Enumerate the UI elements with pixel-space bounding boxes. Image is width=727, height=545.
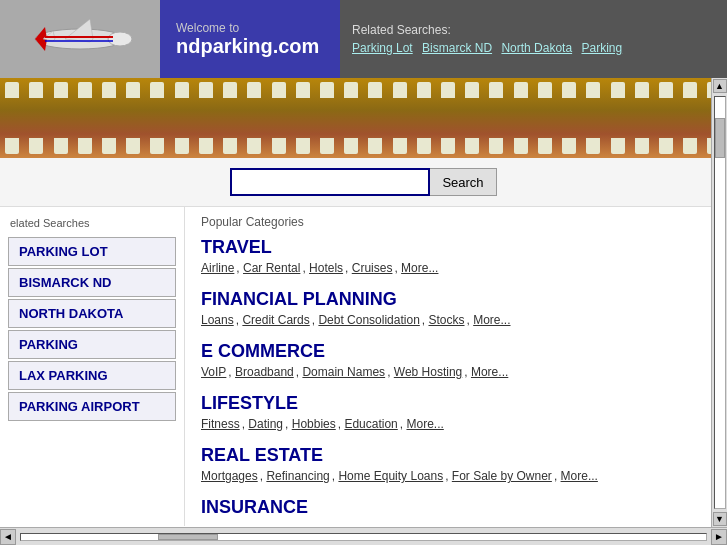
link-for-sale[interactable]: For Sale by Owner bbox=[452, 469, 552, 483]
tooth-bottom bbox=[586, 138, 600, 154]
tooth bbox=[514, 82, 528, 98]
tooth-bottom bbox=[29, 138, 43, 154]
scroll-left-button[interactable]: ◄ bbox=[0, 529, 16, 545]
link-broadband[interactable]: Broadband bbox=[235, 365, 294, 379]
link-dating[interactable]: Dating bbox=[248, 417, 283, 431]
tooth bbox=[5, 82, 19, 98]
tooth bbox=[417, 82, 431, 98]
logo-area bbox=[0, 0, 160, 78]
link-debt-consolidation[interactable]: Debt Consolidation bbox=[318, 313, 419, 327]
tooth-bottom bbox=[247, 138, 261, 154]
welcome-box: Welcome to ndparking.com bbox=[160, 0, 340, 78]
sidebar-item-parking-airport[interactable]: PARKING AIRPORT bbox=[8, 392, 176, 421]
related-link-parking-lot[interactable]: Parking Lot bbox=[352, 41, 413, 55]
link-voip[interactable]: VoIP bbox=[201, 365, 226, 379]
link-education[interactable]: Education bbox=[344, 417, 397, 431]
site-name: ndparking.com bbox=[176, 35, 324, 58]
content-area: Popular Categories TRAVEL Airline, Car R… bbox=[185, 207, 727, 526]
tooth-bottom bbox=[441, 138, 455, 154]
related-link-bismarck[interactable]: Bismarck ND bbox=[422, 41, 492, 55]
scroll-right-button[interactable]: ► bbox=[711, 529, 727, 545]
category-links-lifestyle: Fitness, Dating, Hobbies, Education, Mor… bbox=[201, 417, 711, 431]
tooth bbox=[538, 82, 552, 98]
tooth bbox=[199, 82, 213, 98]
link-car-rental[interactable]: Car Rental bbox=[243, 261, 300, 275]
link-travel-more[interactable]: More... bbox=[401, 261, 438, 275]
tooth bbox=[126, 82, 140, 98]
tooth bbox=[586, 82, 600, 98]
link-refinancing[interactable]: Refinancing bbox=[266, 469, 329, 483]
tooth-bottom bbox=[102, 138, 116, 154]
link-hobbies[interactable]: Hobbies bbox=[292, 417, 336, 431]
zipper-teeth-bottom bbox=[0, 138, 727, 158]
tooth bbox=[659, 82, 673, 98]
related-searches-header: Related Searches: Parking Lot Bismarck N… bbox=[340, 0, 727, 78]
link-web-hosting[interactable]: Web Hosting bbox=[394, 365, 462, 379]
tooth bbox=[465, 82, 479, 98]
link-loans[interactable]: Loans bbox=[201, 313, 234, 327]
related-links: Parking Lot Bismarck ND North Dakota Par… bbox=[352, 41, 715, 55]
tooth-bottom bbox=[320, 138, 334, 154]
link-home-equity[interactable]: Home Equity Loans bbox=[338, 469, 443, 483]
zipper-teeth-top bbox=[0, 78, 727, 98]
link-mortgages[interactable]: Mortgages bbox=[201, 469, 258, 483]
category-links-travel: Airline, Car Rental, Hotels, Cruises, Mo… bbox=[201, 261, 711, 275]
tooth-bottom bbox=[272, 138, 286, 154]
tooth bbox=[29, 82, 43, 98]
category-insurance: INSURANCE bbox=[201, 497, 711, 518]
link-credit-cards[interactable]: Credit Cards bbox=[242, 313, 309, 327]
link-financial-more[interactable]: More... bbox=[473, 313, 510, 327]
sidebar-item-north-dakota[interactable]: NORTH DAKOTA bbox=[8, 299, 176, 328]
tooth bbox=[683, 82, 697, 98]
link-airline[interactable]: Airline bbox=[201, 261, 234, 275]
link-cruises[interactable]: Cruises bbox=[352, 261, 393, 275]
tooth bbox=[441, 82, 455, 98]
tooth-bottom bbox=[611, 138, 625, 154]
scroll-down-button[interactable]: ▼ bbox=[713, 512, 727, 526]
svg-point-1 bbox=[108, 32, 132, 46]
search-bar: Search bbox=[0, 158, 727, 207]
tooth bbox=[393, 82, 407, 98]
tooth-bottom bbox=[635, 138, 649, 154]
related-searches-label: Related Searches: bbox=[352, 23, 715, 37]
link-lifestyle-more[interactable]: More... bbox=[406, 417, 443, 431]
tooth-bottom bbox=[54, 138, 68, 154]
bottom-scrollbar: ◄ ► bbox=[0, 527, 727, 545]
tooth bbox=[175, 82, 189, 98]
tooth bbox=[78, 82, 92, 98]
link-real-estate-more[interactable]: More... bbox=[561, 469, 598, 483]
sidebar-item-parking-lot[interactable]: PARKING LOT bbox=[8, 237, 176, 266]
sidebar-item-bismarck-nd[interactable]: BISMARCK ND bbox=[8, 268, 176, 297]
category-title-real-estate: REAL ESTATE bbox=[201, 445, 711, 466]
category-lifestyle: LIFESTYLE Fitness, Dating, Hobbies, Educ… bbox=[201, 393, 711, 431]
tooth-bottom bbox=[489, 138, 503, 154]
link-hotels[interactable]: Hotels bbox=[309, 261, 343, 275]
tooth-bottom bbox=[659, 138, 673, 154]
related-link-north-dakota[interactable]: North Dakota bbox=[501, 41, 572, 55]
tooth-bottom bbox=[175, 138, 189, 154]
tooth bbox=[150, 82, 164, 98]
related-link-parking[interactable]: Parking bbox=[581, 41, 622, 55]
tooth-bottom bbox=[683, 138, 697, 154]
tooth-bottom bbox=[393, 138, 407, 154]
search-input[interactable] bbox=[230, 168, 430, 196]
link-stocks[interactable]: Stocks bbox=[428, 313, 464, 327]
tooth-bottom bbox=[538, 138, 552, 154]
app-wrapper: Welcome to ndparking.com Related Searche… bbox=[0, 0, 727, 545]
sidebar-item-parking[interactable]: PARKING bbox=[8, 330, 176, 359]
category-links-financial: Loans, Credit Cards, Debt Consolidation,… bbox=[201, 313, 711, 327]
tooth-bottom bbox=[296, 138, 310, 154]
tooth bbox=[611, 82, 625, 98]
link-ecommerce-more[interactable]: More... bbox=[471, 365, 508, 379]
sidebar-item-lax-parking[interactable]: LAX PARKING bbox=[8, 361, 176, 390]
tooth-bottom bbox=[5, 138, 19, 154]
tooth bbox=[562, 82, 576, 98]
tooth-bottom bbox=[344, 138, 358, 154]
link-fitness[interactable]: Fitness bbox=[201, 417, 240, 431]
horizontal-scroll-thumb[interactable] bbox=[158, 534, 218, 540]
search-button[interactable]: Search bbox=[430, 168, 496, 196]
tooth-bottom bbox=[562, 138, 576, 154]
tooth bbox=[635, 82, 649, 98]
link-domain-names[interactable]: Domain Names bbox=[302, 365, 385, 379]
category-links-ecommerce: VoIP, Broadband, Domain Names, Web Hosti… bbox=[201, 365, 711, 379]
